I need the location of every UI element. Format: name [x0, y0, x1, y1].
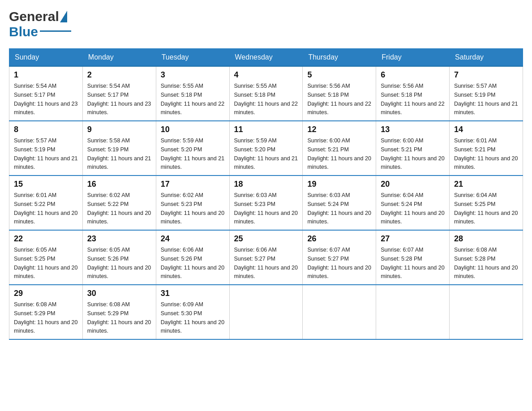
day-number: 1	[14, 70, 78, 80]
calendar-cell: 16Sunrise: 6:02 AMSunset: 5:22 PMDayligh…	[82, 176, 156, 230]
day-number: 28	[454, 234, 518, 244]
day-info: Sunrise: 5:54 AMSunset: 5:17 PMDaylight:…	[87, 83, 151, 116]
day-number: 21	[454, 180, 518, 189]
logo-row1: General	[9, 9, 67, 24]
day-info: Sunrise: 6:00 AMSunset: 5:21 PMDaylight:…	[381, 137, 444, 170]
day-number: 9	[87, 125, 151, 134]
day-info: Sunrise: 6:04 AMSunset: 5:25 PMDaylight:…	[454, 192, 518, 225]
day-number: 25	[234, 234, 298, 244]
day-info: Sunrise: 5:58 AMSunset: 5:19 PMDaylight:…	[87, 137, 151, 170]
calendar-cell: 1Sunrise: 5:54 AMSunset: 5:17 PMDaylight…	[9, 66, 83, 121]
day-info: Sunrise: 6:07 AMSunset: 5:28 PMDaylight:…	[381, 247, 444, 279]
calendar-cell: 18Sunrise: 6:03 AMSunset: 5:23 PMDayligh…	[229, 176, 303, 230]
day-info: Sunrise: 6:09 AMSunset: 5:30 PMDaylight:…	[161, 301, 224, 334]
logo-triangle-icon	[60, 11, 67, 22]
calendar-cell: 4Sunrise: 5:55 AMSunset: 5:18 PMDaylight…	[229, 66, 303, 121]
day-number: 6	[381, 70, 445, 80]
day-number: 13	[381, 125, 445, 134]
calendar-cell: 9Sunrise: 5:58 AMSunset: 5:19 PMDaylight…	[82, 121, 156, 176]
calendar-cell: 26Sunrise: 6:07 AMSunset: 5:27 PMDayligh…	[303, 230, 376, 285]
day-info: Sunrise: 6:01 AMSunset: 5:22 PMDaylight:…	[14, 192, 77, 225]
header-thursday: Thursday	[303, 49, 376, 67]
day-info: Sunrise: 6:05 AMSunset: 5:26 PMDaylight:…	[87, 247, 151, 279]
calendar-table: SundayMondayTuesdayWednesdayThursdayFrid…	[9, 48, 523, 340]
day-info: Sunrise: 6:03 AMSunset: 5:24 PMDaylight:…	[307, 192, 371, 225]
day-number: 20	[381, 180, 445, 189]
day-info: Sunrise: 5:59 AMSunset: 5:20 PMDaylight:…	[161, 137, 224, 170]
logo: General Blue	[9, 9, 71, 39]
day-number: 2	[87, 70, 151, 80]
day-number: 31	[161, 289, 225, 298]
calendar-cell: 12Sunrise: 6:00 AMSunset: 5:21 PMDayligh…	[303, 121, 376, 176]
calendar-cell: 27Sunrise: 6:07 AMSunset: 5:28 PMDayligh…	[376, 230, 450, 285]
calendar-header-row: SundayMondayTuesdayWednesdayThursdayFrid…	[9, 49, 523, 67]
day-info: Sunrise: 5:57 AMSunset: 5:19 PMDaylight:…	[14, 137, 77, 170]
day-number: 26	[307, 234, 371, 244]
header-wednesday: Wednesday	[229, 49, 303, 67]
calendar-cell: 17Sunrise: 6:02 AMSunset: 5:23 PMDayligh…	[156, 176, 229, 230]
header-tuesday: Tuesday	[156, 49, 229, 67]
day-number: 4	[234, 70, 298, 80]
calendar-cell: 31Sunrise: 6:09 AMSunset: 5:30 PMDayligh…	[156, 285, 229, 339]
day-info: Sunrise: 5:54 AMSunset: 5:17 PMDaylight:…	[14, 83, 77, 116]
day-info: Sunrise: 6:03 AMSunset: 5:23 PMDaylight:…	[234, 192, 298, 225]
day-number: 23	[87, 234, 151, 244]
calendar-cell: 11Sunrise: 5:59 AMSunset: 5:20 PMDayligh…	[229, 121, 303, 176]
header-saturday: Saturday	[450, 49, 523, 67]
day-info: Sunrise: 5:56 AMSunset: 5:18 PMDaylight:…	[307, 83, 371, 116]
calendar-cell: 20Sunrise: 6:04 AMSunset: 5:24 PMDayligh…	[376, 176, 450, 230]
logo-blue: Blue	[9, 24, 38, 39]
logo-general: General	[9, 9, 59, 24]
calendar-cell: 23Sunrise: 6:05 AMSunset: 5:26 PMDayligh…	[82, 230, 156, 285]
calendar-cell: 14Sunrise: 6:01 AMSunset: 5:21 PMDayligh…	[450, 121, 523, 176]
day-info: Sunrise: 6:02 AMSunset: 5:23 PMDaylight:…	[161, 192, 224, 225]
week-row-2: 8Sunrise: 5:57 AMSunset: 5:19 PMDaylight…	[9, 121, 523, 176]
calendar-cell: 7Sunrise: 5:57 AMSunset: 5:19 PMDaylight…	[450, 66, 523, 121]
day-info: Sunrise: 6:04 AMSunset: 5:24 PMDaylight:…	[381, 192, 444, 225]
day-number: 5	[307, 70, 371, 80]
day-number: 11	[234, 125, 298, 134]
day-info: Sunrise: 6:07 AMSunset: 5:27 PMDaylight:…	[307, 247, 371, 279]
calendar-cell: 15Sunrise: 6:01 AMSunset: 5:22 PMDayligh…	[9, 176, 83, 230]
header-monday: Monday	[82, 49, 156, 67]
calendar-cell: 6Sunrise: 5:56 AMSunset: 5:18 PMDaylight…	[376, 66, 450, 121]
day-number: 3	[161, 70, 225, 80]
day-number: 18	[234, 180, 298, 189]
day-info: Sunrise: 5:59 AMSunset: 5:20 PMDaylight:…	[234, 137, 298, 170]
calendar-cell: 22Sunrise: 6:05 AMSunset: 5:25 PMDayligh…	[9, 230, 83, 285]
calendar-cell: 3Sunrise: 5:55 AMSunset: 5:18 PMDaylight…	[156, 66, 229, 121]
day-number: 8	[14, 125, 78, 134]
day-number: 7	[454, 70, 518, 80]
day-number: 30	[87, 289, 151, 298]
calendar-cell: 19Sunrise: 6:03 AMSunset: 5:24 PMDayligh…	[303, 176, 376, 230]
calendar-cell: 24Sunrise: 6:06 AMSunset: 5:26 PMDayligh…	[156, 230, 229, 285]
calendar-cell: 13Sunrise: 6:00 AMSunset: 5:21 PMDayligh…	[376, 121, 450, 176]
day-number: 29	[14, 289, 78, 298]
day-info: Sunrise: 5:55 AMSunset: 5:18 PMDaylight:…	[161, 83, 224, 116]
day-info: Sunrise: 5:55 AMSunset: 5:18 PMDaylight:…	[234, 83, 298, 116]
day-info: Sunrise: 6:00 AMSunset: 5:21 PMDaylight:…	[307, 137, 371, 170]
day-info: Sunrise: 5:56 AMSunset: 5:18 PMDaylight:…	[381, 83, 444, 116]
calendar-cell: 5Sunrise: 5:56 AMSunset: 5:18 PMDaylight…	[303, 66, 376, 121]
day-info: Sunrise: 6:08 AMSunset: 5:28 PMDaylight:…	[454, 247, 518, 279]
calendar-cell: 29Sunrise: 6:08 AMSunset: 5:29 PMDayligh…	[9, 285, 83, 339]
week-row-5: 29Sunrise: 6:08 AMSunset: 5:29 PMDayligh…	[9, 285, 523, 339]
header-sunday: Sunday	[9, 49, 83, 67]
logo-arrow	[60, 11, 67, 22]
day-number: 27	[381, 234, 445, 244]
calendar-cell	[450, 285, 523, 339]
calendar-cell: 28Sunrise: 6:08 AMSunset: 5:28 PMDayligh…	[450, 230, 523, 285]
page-header: General Blue	[9, 9, 523, 39]
day-info: Sunrise: 6:01 AMSunset: 5:21 PMDaylight:…	[454, 137, 518, 170]
day-info: Sunrise: 5:57 AMSunset: 5:19 PMDaylight:…	[454, 83, 518, 116]
day-number: 17	[161, 180, 225, 189]
day-number: 24	[161, 234, 225, 244]
calendar-cell: 30Sunrise: 6:08 AMSunset: 5:29 PMDayligh…	[82, 285, 156, 339]
week-row-4: 22Sunrise: 6:05 AMSunset: 5:25 PMDayligh…	[9, 230, 523, 285]
calendar-cell: 2Sunrise: 5:54 AMSunset: 5:17 PMDaylight…	[82, 66, 156, 121]
day-number: 10	[161, 125, 225, 134]
day-info: Sunrise: 6:02 AMSunset: 5:22 PMDaylight:…	[87, 192, 151, 225]
day-info: Sunrise: 6:08 AMSunset: 5:29 PMDaylight:…	[87, 301, 151, 334]
day-number: 14	[454, 125, 518, 134]
calendar-cell: 25Sunrise: 6:06 AMSunset: 5:27 PMDayligh…	[229, 230, 303, 285]
